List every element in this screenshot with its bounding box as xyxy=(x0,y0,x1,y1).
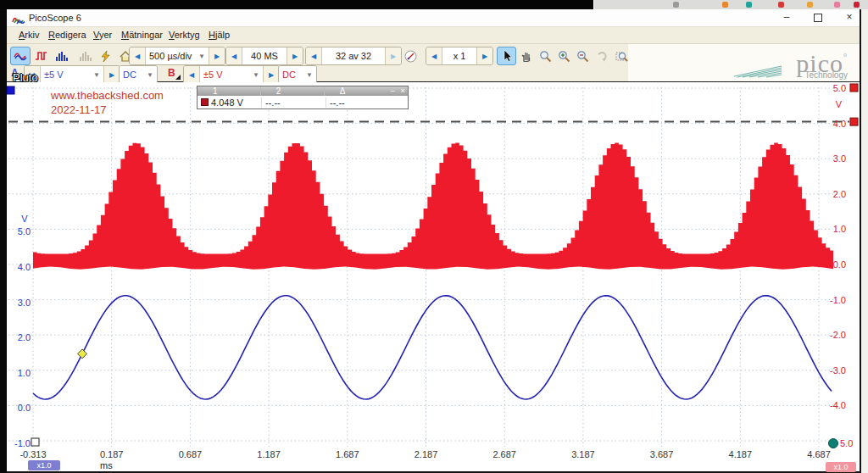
logo-fan-icon xyxy=(732,64,783,81)
right-axis-tick-label: -2.0 xyxy=(830,330,846,340)
ruler-delta-value: --.-- xyxy=(326,97,391,108)
picoscope-window: PicoScope 6 – × ArkivRedigeraVyerMätning… xyxy=(7,9,861,473)
zoom-window-icon xyxy=(539,50,552,63)
legend-close-button[interactable]: × xyxy=(398,86,408,96)
timebase-next-button[interactable]: ▶ xyxy=(209,47,225,64)
channel-b-coupling-select[interactable]: DC▼ xyxy=(279,66,316,83)
menu-verktyg[interactable]: Verktyg xyxy=(165,30,203,40)
channel-a-swatch-icon xyxy=(201,98,209,106)
channel-b-options-icon[interactable] xyxy=(175,75,181,80)
x-tick-label: 4.687 xyxy=(807,449,831,459)
title-bar: PicoScope 6 – × xyxy=(7,9,860,27)
dropdown-caret-icon: ▼ xyxy=(147,71,153,79)
channel-b-range-prev-button[interactable]: ◀ xyxy=(184,66,199,83)
x-scale-badge-right[interactable]: x1.0 xyxy=(826,462,856,472)
menu-arkiv[interactable]: Arkiv xyxy=(15,30,42,40)
channel-b-ruler-handle[interactable] xyxy=(31,438,39,446)
right-axis-tick-label: -4.0 xyxy=(830,400,846,410)
window-zoom-tool[interactable] xyxy=(536,47,555,65)
timebase-select[interactable]: 500 µs/div▼ xyxy=(145,47,209,64)
right-axis-tick-label: 3.0 xyxy=(833,153,846,164)
menu-mätningar[interactable]: Mätningar xyxy=(118,30,166,40)
desktop-label-pluto: Pluto xyxy=(13,71,38,84)
cursor-arrow-icon xyxy=(501,50,512,62)
left-axis-tick-label: 3.0 xyxy=(18,298,31,308)
left-axis-tick-label: 5.0 xyxy=(18,226,31,236)
channel-b-label: B xyxy=(168,67,175,79)
buffer-position-field[interactable]: 32 av 32 xyxy=(321,47,386,64)
timebase-prev-button[interactable]: ◀ xyxy=(130,47,145,64)
x-tick-label: 3.187 xyxy=(571,449,595,459)
channel-b-axis-handle[interactable] xyxy=(7,86,14,94)
undo-arrow-icon xyxy=(596,51,608,62)
buffer-prev-button[interactable]: ◀ xyxy=(306,47,321,64)
ruler-1-value: 4.048 V xyxy=(211,97,243,108)
desktop-top-strip xyxy=(0,0,868,9)
buffer-overview-button[interactable] xyxy=(400,47,420,65)
ruler-1-handle[interactable] xyxy=(850,118,858,125)
hand-icon xyxy=(520,50,532,62)
ruler-col-1-header: 1 xyxy=(198,86,261,96)
right-axis-tick-label: 0.0 xyxy=(833,259,846,270)
samples-prev-button[interactable]: ◀ xyxy=(226,47,242,64)
x-tick-label: 0.187 xyxy=(100,449,124,459)
undo-zoom-tool[interactable] xyxy=(592,47,611,65)
channel-b-range-next-button[interactable]: ▶ xyxy=(264,66,279,83)
x-tick-label: 1.187 xyxy=(257,449,281,459)
zoom-factor-field[interactable]: x 1 xyxy=(442,47,477,64)
ruler-legend-values: 4.048 V --.-- --.-- xyxy=(198,96,408,109)
annotation-date: 2022-11-17 xyxy=(51,103,107,116)
right-axis-tick-label: 5.0 xyxy=(833,83,846,93)
zoom-next-button[interactable]: ▶ xyxy=(477,47,492,64)
samples-next-button[interactable]: ▶ xyxy=(287,47,303,64)
normal-select-tool[interactable] xyxy=(497,47,516,65)
annotation-site: www.thebackshed.com xyxy=(51,89,164,102)
spectrum-view-button[interactable] xyxy=(51,47,71,65)
probe-setup-button[interactable] xyxy=(95,47,115,65)
menu-hjälp[interactable]: Hjälp xyxy=(205,30,233,40)
right-axis-tick-label: -3.0 xyxy=(830,365,846,376)
ruler-parked-handle[interactable] xyxy=(850,84,858,92)
zoom-in-tool[interactable] xyxy=(554,47,574,65)
channel-a-coupling-select[interactable]: DC▼ xyxy=(120,66,157,83)
desktop-right-strip xyxy=(861,9,868,473)
menu-bar: ArkivRedigeraVyerMätningarVerktygHjälp xyxy=(7,27,860,44)
marquee-zoom-tool[interactable] xyxy=(612,47,632,65)
scope-view-button[interactable] xyxy=(10,47,31,65)
lightning-icon xyxy=(100,51,111,62)
buffer-next-button[interactable]: ▶ xyxy=(386,47,401,64)
channel-a-coupling-group: DC▼ xyxy=(119,65,158,84)
ruler-legend-header: 1 2 Δ – × xyxy=(198,86,408,96)
x-tick-label: 3.687 xyxy=(650,449,674,459)
channel-a-range-select[interactable]: ±5 V▼ xyxy=(40,66,104,83)
hand-pan-tool[interactable] xyxy=(516,47,536,65)
zoom-prev-button[interactable]: ◀ xyxy=(426,47,442,64)
left-axis-unit: V xyxy=(21,214,28,224)
close-button[interactable]: × xyxy=(838,11,860,25)
background-window-bar xyxy=(593,0,868,9)
trigger-marker[interactable] xyxy=(78,349,87,359)
legend-minimize-button[interactable]: – xyxy=(388,86,398,96)
maximize-button[interactable] xyxy=(807,11,829,25)
samples-group: ◀ 40 MS ▶ xyxy=(225,47,303,65)
menu-vyer[interactable]: Vyer xyxy=(90,30,115,40)
background-window-icon xyxy=(673,2,679,8)
persistence-view-button[interactable] xyxy=(31,47,51,65)
x-tick-label: 4.187 xyxy=(729,449,753,459)
left-axis-tick-label: 2.0 xyxy=(18,332,31,342)
dropdown-caret-icon: ▼ xyxy=(93,71,100,79)
secondary-spectrum-button[interactable] xyxy=(75,47,95,65)
maximize-icon xyxy=(814,14,822,22)
channel-a-range-group: ◀ ±5 V▼ ▶ xyxy=(24,65,120,84)
zoom-out-tool[interactable] xyxy=(573,47,593,65)
samples-field[interactable]: 40 MS xyxy=(242,47,287,64)
ruler-legend-panel[interactable]: 1 2 Δ – × 4.048 V --.-- --.-- xyxy=(197,86,409,109)
channel-b-range-select[interactable]: ±5 V▼ xyxy=(199,66,264,83)
buffer-compass-icon xyxy=(404,50,417,63)
x-tick-label: 0.687 xyxy=(179,449,203,459)
minimize-button[interactable]: – xyxy=(776,11,798,25)
channel-a-range-next-button[interactable]: ▶ xyxy=(104,66,120,83)
x-scale-badge-left[interactable]: x1.0 xyxy=(28,460,60,470)
right-axis-tick-label: -1.0 xyxy=(830,295,846,305)
menu-redigera[interactable]: Redigera xyxy=(45,30,90,40)
